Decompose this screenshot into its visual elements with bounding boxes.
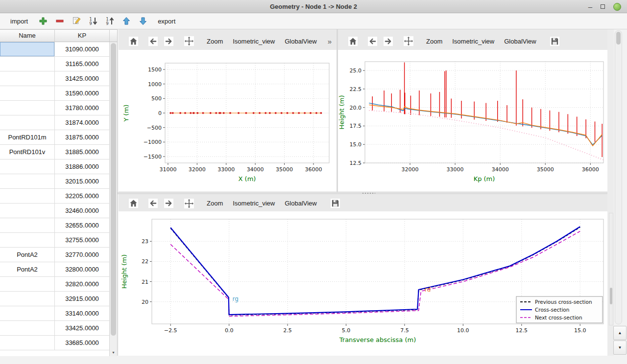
window-scrollbar[interactable] xyxy=(615,30,622,324)
table-cell-kp[interactable]: 33685.0000 xyxy=(55,336,110,350)
table-cell-name[interactable] xyxy=(0,277,55,292)
table-cell-kp[interactable]: 33140.0000 xyxy=(55,306,110,321)
scroll-up-button[interactable]: ▲ xyxy=(613,326,627,340)
xsec-zoom-button[interactable]: Zoom xyxy=(202,197,228,210)
table-cell-kp[interactable]: 32205.0000 xyxy=(55,189,110,204)
save-icon xyxy=(331,199,340,208)
profile-home-button[interactable] xyxy=(345,34,361,48)
table-cell-name[interactable] xyxy=(0,86,55,101)
profile-forward-button[interactable] xyxy=(380,34,396,48)
table-cell-kp[interactable]: 32915.0000 xyxy=(55,292,110,306)
titlebar[interactable]: Geometry - Node 1 -> Node 2 – xyxy=(0,0,627,13)
xsec-forward-button[interactable] xyxy=(161,197,176,210)
xsec-home-button[interactable] xyxy=(125,197,141,210)
table-cell-name[interactable] xyxy=(0,57,55,71)
remove-row-button[interactable] xyxy=(53,15,66,27)
plan-forward-button[interactable] xyxy=(161,34,176,48)
table-cell-name[interactable] xyxy=(0,204,55,218)
table-cell-name[interactable] xyxy=(0,159,55,174)
profile-isometric-view-button[interactable]: Isometric_view xyxy=(447,35,499,48)
table-cell-kp[interactable]: 32820.0000 xyxy=(55,277,110,292)
bottom-plot-scrollbar[interactable] xyxy=(609,213,613,325)
import-button[interactable]: import xyxy=(6,16,32,26)
table-cell-kp[interactable]: 32770.0000 xyxy=(55,248,110,262)
table-cell-kp[interactable]: 31425.0000 xyxy=(55,71,110,86)
table-cell-kp[interactable]: 32460.0000 xyxy=(55,204,110,218)
table-cell-kp[interactable]: 32015.0000 xyxy=(55,174,110,189)
table-cell-kp[interactable]: 32755.0000 xyxy=(55,233,110,248)
plan-pan-button[interactable] xyxy=(181,34,197,48)
forward-arrow-icon xyxy=(164,37,173,46)
bottom-plot-scrollbar-thumb[interactable] xyxy=(610,288,612,304)
table-cell-name[interactable] xyxy=(0,189,55,204)
xsec-pan-button[interactable] xyxy=(181,197,197,210)
plan-home-button[interactable] xyxy=(125,34,141,48)
table-cell-name[interactable] xyxy=(0,101,55,115)
table-cell-kp[interactable]: 31874.0000 xyxy=(55,115,110,130)
table-cell-kp[interactable]: 31780.0000 xyxy=(55,101,110,115)
table-cell-kp[interactable]: 31885.0000 xyxy=(55,145,110,159)
plan-back-button[interactable] xyxy=(145,34,161,48)
table-cell-name[interactable] xyxy=(0,174,55,189)
sort-ascending-button[interactable]: 1 9 xyxy=(103,15,116,27)
table-cell-name[interactable]: PontRD101m xyxy=(0,130,55,145)
close-button[interactable] xyxy=(613,3,621,11)
table-cell-name[interactable]: PontA2 xyxy=(0,248,55,262)
minimize-button[interactable]: – xyxy=(588,2,592,11)
table-cell-name[interactable] xyxy=(0,306,55,321)
svg-text:Height (m): Height (m) xyxy=(338,95,345,130)
plan-view-chart[interactable]: 310003200033000340003500036000−1500−1000… xyxy=(119,50,337,191)
table-cell-kp[interactable]: 32655.0000 xyxy=(55,218,110,233)
sort-descending-button[interactable]: 1 9 xyxy=(87,15,99,27)
add-row-button[interactable] xyxy=(37,15,49,27)
export-button[interactable]: export xyxy=(153,16,180,26)
plan-view-panel: Zoom Isometric_view GlobalView » 3100032… xyxy=(119,29,337,192)
profile-pan-button[interactable] xyxy=(401,34,416,48)
plan-global-view-button[interactable]: GlobalView xyxy=(280,35,322,48)
edit-button[interactable] xyxy=(70,15,82,27)
toolbar-overflow-chevrons[interactable]: » xyxy=(328,37,334,46)
plan-zoom-button[interactable]: Zoom xyxy=(202,35,228,48)
table-cell-kp[interactable]: 31886.0000 xyxy=(55,159,110,174)
table-cell-name[interactable] xyxy=(0,292,55,306)
table-cell-kp[interactable]: 31090.0000 xyxy=(55,42,110,57)
table-cell-name[interactable]: PontA2 xyxy=(0,262,55,277)
table-scrollbar[interactable]: ▼ xyxy=(109,42,117,356)
column-header-name[interactable]: Name xyxy=(0,30,55,42)
table-cell-kp[interactable]: 33425.0000 xyxy=(55,321,110,336)
xsec-global-view-button[interactable]: GlobalView xyxy=(280,197,322,210)
scroll-down-button[interactable]: ▼ xyxy=(613,341,627,355)
table-cell-name[interactable] xyxy=(0,115,55,130)
profile-back-button[interactable] xyxy=(364,34,380,48)
table-cell-name[interactable] xyxy=(0,233,55,248)
table-cell-kp[interactable]: 31590.0000 xyxy=(55,86,110,101)
home-icon xyxy=(348,37,358,46)
plan-toolbar: Zoom Isometric_view GlobalView » xyxy=(119,32,337,50)
table-cell-name[interactable]: PontRD101v xyxy=(0,145,55,159)
table-cell-name[interactable] xyxy=(0,71,55,86)
table-cell-name[interactable] xyxy=(0,42,55,57)
table-cell-kp[interactable]: 32800.0000 xyxy=(55,262,110,277)
profile-save-button[interactable] xyxy=(547,34,563,48)
table-cell-name[interactable] xyxy=(0,336,55,350)
table-scrollbar-thumb[interactable] xyxy=(111,43,116,336)
table-row: 32755.0000 xyxy=(0,233,110,248)
profile-view-chart[interactable]: 320003300034000350003600012.515.017.520.… xyxy=(338,50,607,191)
table-cell-name[interactable] xyxy=(0,218,55,233)
table-scroll-down-icon[interactable]: ▼ xyxy=(110,349,117,356)
move-up-button[interactable] xyxy=(120,15,132,27)
cross-section-chart[interactable]: −2.50.02.55.07.510.012.515.020212223Tran… xyxy=(119,211,607,356)
profile-zoom-button[interactable]: Zoom xyxy=(421,35,447,48)
table-cell-kp[interactable]: 31165.0000 xyxy=(55,57,110,71)
table-cell-kp[interactable]: 31875.0000 xyxy=(55,130,110,145)
xsec-isometric-view-button[interactable]: Isometric_view xyxy=(228,197,280,210)
restore-button[interactable] xyxy=(601,4,605,9)
column-header-kp[interactable]: KP xyxy=(55,30,110,42)
profile-global-view-button[interactable]: GlobalView xyxy=(499,35,541,48)
plan-isometric-view-button[interactable]: Isometric_view xyxy=(228,35,280,48)
window-scrollbar-thumb[interactable] xyxy=(616,32,621,45)
xsec-back-button[interactable] xyxy=(145,197,161,210)
xsec-save-button[interactable] xyxy=(328,197,343,210)
move-down-button[interactable] xyxy=(137,15,149,27)
table-cell-name[interactable] xyxy=(0,321,55,336)
